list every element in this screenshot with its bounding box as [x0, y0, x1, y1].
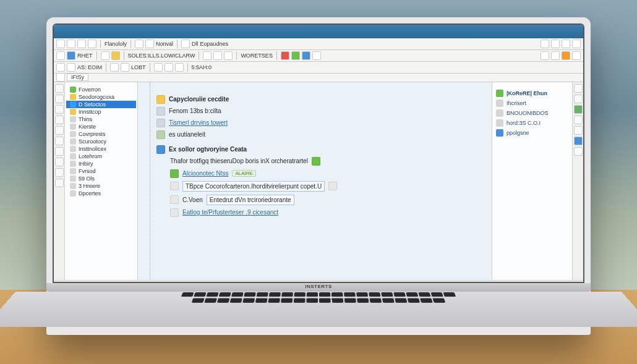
gutter-icon[interactable] [574, 137, 583, 145]
tree-item[interactable]: Thins [66, 116, 136, 123]
tree-item[interactable]: Insttnolicex [66, 145, 136, 153]
toolbar-icon[interactable] [121, 63, 129, 72]
toolbar-icon[interactable] [67, 63, 75, 72]
sidepanel-item[interactable]: ppolgsne [496, 129, 568, 137]
sidepanel-label: |KoReRE| Ehun [507, 90, 547, 96]
tree-item[interactable]: Lotehrom [66, 153, 136, 160]
menu-bar[interactable]: Flanololy Nonval Dll Eopaudnes [54, 38, 583, 50]
gutter-icon[interactable] [55, 179, 64, 187]
color-swatch-icon[interactable] [291, 51, 300, 60]
tree-item[interactable]: Fvrsod [66, 167, 136, 175]
toolbar-icon[interactable] [101, 51, 109, 60]
menu-item[interactable]: Eopaudnes [200, 41, 229, 47]
toolbar-secondary[interactable]: AS: EOIM LOBT 5:5AH:0 [54, 62, 583, 74]
toolbar-icon[interactable] [165, 63, 173, 72]
gutter-icon[interactable] [574, 147, 583, 156]
folder-icon [70, 153, 76, 159]
gutter-icon[interactable] [574, 95, 583, 103]
toolbar-icon[interactable] [77, 40, 86, 48]
gutter-icon[interactable] [55, 84, 64, 93]
gutter-icon[interactable] [55, 137, 64, 145]
toolbar-icon[interactable] [110, 63, 119, 72]
toolbar-icon[interactable] [203, 51, 212, 60]
menu-item[interactable]: Flanololy [105, 41, 127, 47]
toolbar-icon[interactable] [154, 63, 163, 72]
editor-line-link[interactable]: Eatlog te/Prfusterteser .9 cicesanct [182, 209, 278, 216]
tree-item[interactable]: Kierste [66, 123, 136, 130]
toolbar-icon[interactable] [56, 40, 65, 48]
gutter-icon[interactable] [55, 168, 64, 177]
tree-item[interactable]: Innsttcop [66, 108, 136, 116]
toolbar-icon[interactable] [181, 40, 190, 48]
color-swatch-icon[interactable] [281, 51, 289, 60]
tree-item[interactable]: Seodorogcoxa [66, 93, 136, 101]
tree-item[interactable]: IHbiry [66, 160, 136, 167]
toolbar-icon[interactable] [224, 51, 233, 60]
tree-item[interactable]: Scurootocy [66, 138, 136, 145]
toolbar-icon[interactable] [175, 63, 184, 72]
tree-item[interactable]: Dpcertes [66, 190, 136, 197]
gutter-icon[interactable] [55, 105, 64, 114]
toolbar-icon[interactable] [145, 40, 154, 48]
toolbar-icon[interactable] [56, 63, 65, 72]
tree-item-label: Seodorogcoxa [79, 94, 114, 100]
project-tree[interactable]: FoverronSeodorogcoxaD SetoctosInnsttcopT… [65, 82, 138, 280]
tree-item[interactable]: Foverron [66, 86, 136, 93]
toolbar-icon[interactable] [88, 40, 96, 48]
editor-line: Thafor trotfigq thieseruDop boris inX or… [170, 158, 308, 164]
tree-item-label: Covrprests [79, 131, 106, 137]
toolbar-icon[interactable] [562, 51, 570, 60]
toolbar-icon[interactable] [56, 74, 65, 82]
toolbar-icon[interactable] [56, 51, 65, 60]
gutter-icon[interactable] [574, 105, 583, 114]
sidepanel-item[interactable]: |KoReRE| Ehun [496, 90, 568, 97]
editor-line-link[interactable]: Tismerl drrvins towert [169, 119, 228, 126]
tree-item-label: Dpcertes [79, 190, 101, 197]
toolbar-icon[interactable] [135, 40, 143, 48]
color-swatch-icon[interactable] [302, 51, 310, 60]
gutter-icon[interactable] [55, 147, 64, 156]
gutter-icon[interactable] [574, 126, 583, 135]
sidepanel-item[interactable]: Ihcrisert [496, 99, 568, 107]
tree-item[interactable]: 59 Ols [66, 175, 136, 182]
user-icon [170, 169, 179, 178]
menu-item[interactable]: Dll [192, 41, 199, 47]
window-max-icon[interactable] [551, 40, 560, 48]
gutter-icon[interactable] [55, 95, 64, 103]
editor-pane[interactable]: Capycloruiie cecdite Fenom 13bs b:cilta … [138, 82, 492, 280]
toolbar-formatting[interactable]: RHET SOLES:ILLS.LOWICLARW WORETSES [54, 50, 583, 62]
toolbar-icon[interactable] [312, 51, 321, 60]
folder-icon [70, 190, 76, 197]
tree-item[interactable]: D Setoctos [66, 101, 136, 108]
sidepanel-item[interactable]: BNOUONIBDOS [496, 109, 568, 117]
toolbar-icon[interactable] [67, 51, 75, 60]
gutter-icon[interactable] [55, 126, 64, 135]
tree-item-label: Foverron [79, 87, 101, 93]
toolbar-icon[interactable] [541, 51, 549, 60]
window-close-icon[interactable] [562, 40, 570, 48]
app-window: Flanololy Nonval Dll Eopaudnes RHET SOLE… [53, 23, 584, 283]
gutter-icon[interactable] [574, 116, 583, 124]
toolbar-icon[interactable] [572, 40, 581, 48]
tree-item[interactable]: Covrprests [66, 130, 136, 138]
toolbar-icon[interactable] [572, 51, 581, 60]
input-box[interactable]: TBpce Cocorofcarteron.Ihorditvirelierpun… [182, 181, 325, 192]
editor-tab[interactable]: IFtSy [67, 74, 88, 81]
editor-line-link[interactable]: Alcioonotec Ntss [182, 170, 228, 177]
toolbar-icon[interactable] [213, 51, 222, 60]
toolbar-icon[interactable] [551, 51, 560, 60]
input-box[interactable]: Entedrut dVn trciroriedrorante [207, 195, 294, 205]
tab-strip[interactable]: IFtSy [54, 74, 583, 82]
tree-item[interactable]: 3 Hreere [66, 182, 136, 190]
gutter-icon[interactable] [55, 116, 64, 124]
pencil-icon[interactable] [111, 51, 120, 60]
gutter-icon[interactable] [574, 84, 583, 93]
menu-item[interactable]: Nonval [156, 41, 173, 47]
gutter-icon[interactable] [55, 158, 64, 166]
window-min-icon[interactable] [541, 40, 549, 48]
toolbar-label: AS: EOIM [77, 64, 102, 70]
sidepanel-icon [496, 109, 503, 117]
sidepanel-item[interactable]: hord:3S C.O.I [496, 119, 568, 127]
toolbar-icon[interactable] [67, 40, 75, 48]
tree-item-label: Innsttcop [79, 109, 101, 115]
